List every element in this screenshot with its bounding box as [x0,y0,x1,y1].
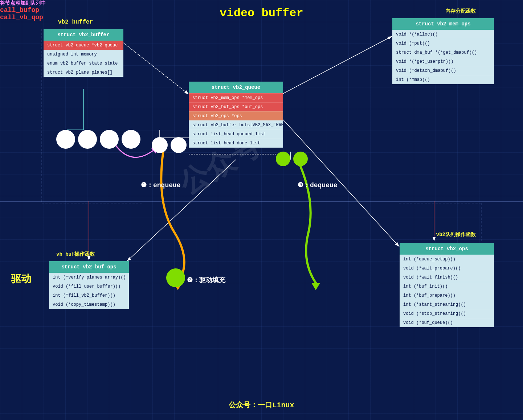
svg-line-5 [283,36,392,94]
svg-marker-11 [311,283,320,290]
queued-nodes [56,130,140,149]
vb2-ops-row-0: int (*queue_setup)() [400,255,494,264]
node-circle-2 [78,130,97,149]
vb2-queue-struct: struct vb2_queue struct vb2_mem_ops *mem… [189,82,283,148]
vb2-buf-ops-header: struct vb2_buf_ops [49,261,129,273]
queued-list-nodes [152,137,187,153]
vb2-ops-row-6: void (*stop_streaming)() [400,309,494,318]
vb2-ops-struct: struct vb2_ops int (*queue_setup)() void… [400,243,494,327]
queued-node-1 [152,137,168,153]
driver-fill-label: ❷：驱动填充 [187,276,225,284]
vb2-queue-row-2: struct vb2_ops *ops [189,111,283,120]
vb2-ops-row-3: int (*buf_init)() [400,282,494,291]
vb2-buf-ops-row-3: void (*copy_timestamp)() [49,300,129,309]
node-circle-1 [56,130,75,149]
node-circle-3 [100,130,119,149]
add-to-queue-label: 将节点添加到队列中 [0,0,523,7]
driver-fill-circle [166,268,185,287]
vb2-ops-row-2: void (*wait_finish)() [400,273,494,282]
vb2-buffer-label: vb2 buffer [58,19,93,25]
vb2-queue-row-1: struct vb2_buf_ops *buf_ops [189,102,283,111]
queued-node-2 [171,137,187,153]
vb2-mem-ops-row-4: void (*detach_dmabuf)() [392,66,494,75]
vb2-ops-row-4: int (*buf_prepare)() [400,291,494,300]
vb2-buffer-row-2: enum vb2_buffer_state state [44,59,123,68]
vb2-mem-ops-row-0: void *(*alloc)() [392,30,494,39]
vb2-queue-ops-label: vb2队列操作函数 [436,231,476,238]
vb2-buffer-row-3: struct vb2_plane planes[] [44,68,123,77]
vb2-buf-ops-row-1: void (*fill_user_buffer)() [49,282,129,291]
vb2-mem-ops-struct: struct vb2_mem_ops void *(*alloc)() void… [392,18,494,84]
vb2-ops-row-1: void (*wait_prepare)() [400,264,494,273]
vb2-queue-row-5: struct list_head done_list [189,139,283,148]
footer-label: 公众号：一口Linux [229,400,294,410]
done-node-2 [293,152,308,166]
vb2-buffer-row-1: unsigned int memory [44,50,123,59]
done-list-nodes [276,152,308,166]
vb2-buf-ops-struct: struct vb2_buf_ops int (*verify_planes_a… [49,261,129,309]
vb2-buffer-row-0: struct vb2_queue *vb2_queue [44,41,123,50]
vb2-buf-ops-row-2: int (*fill_vb2_buffer)() [49,291,129,300]
node-circle-4 [122,130,140,149]
vb2-mem-ops-row-1: void (*put)() [392,39,494,48]
vb2-mem-ops-row-2: struct dma_buf *(*get_dmabuf)() [392,48,494,57]
dequeue-label: ❸：dequeue [298,181,338,189]
vb2-queue-row-0: struct vb2_mem_ops *mem_ops [189,93,283,102]
vb2-ops-row-7: void (*buf_queue)() [400,318,494,327]
vb2-buf-ops-row-0: int (*verify_planes_array)() [49,273,129,282]
vb2-mem-ops-row-5: int (*mmap)() [392,75,494,84]
vb2-queue-row-3: struct vb2_buffer bufs[VB2_MAX_FRAME] [189,120,283,129]
svg-line-4 [123,43,189,94]
vb2-mem-ops-header: struct vb2_mem_ops [392,18,494,30]
vb-bufop-label: vb buf操作函数 [56,251,95,258]
vb2-ops-row-5: int (*start_streaming)() [400,300,494,309]
enqueue-label: ❶：enqueue [141,181,181,189]
driver-label: 驱动 [11,272,31,286]
vb2-queue-header: struct vb2_queue [189,82,283,93]
vb2-queue-row-4: struct list_head queued_list [189,129,283,139]
divider-line [0,201,523,202]
done-node-1 [276,152,290,166]
vb2-mem-ops-row-3: void *(*get_userptr)() [392,57,494,66]
vb2-buffer-struct: struct vb2_buffer struct vb2_queue *vb2_… [44,29,123,77]
vb2-ops-header: struct vb2_ops [400,243,494,255]
mem-ops-label: 内存分配函数 [445,8,476,15]
vb2-buffer-header: struct vb2_buffer [44,29,123,41]
main-title: video buffer [220,7,303,20]
